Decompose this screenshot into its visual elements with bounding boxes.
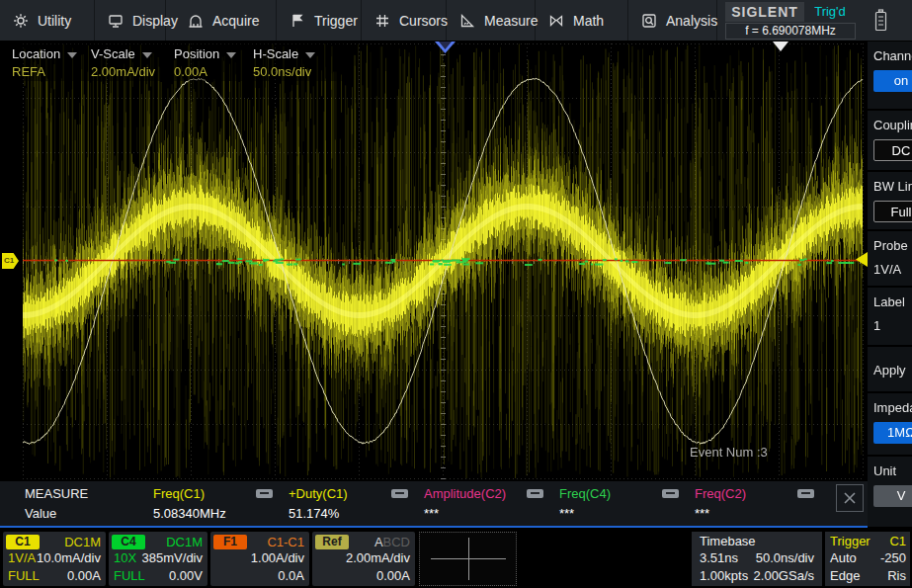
menu-item-acquire[interactable]: Acquire <box>166 0 277 41</box>
remove-measurement-icon[interactable] <box>391 489 408 498</box>
channel-box-c1[interactable]: C1 DC1M 1V/A10.0mA/div FULL0.00A <box>3 532 106 586</box>
dropdown-arrow-icon[interactable] <box>142 52 152 58</box>
channel-box-c4[interactable]: C4 DC1M 10X385mV/div FULL0.00V <box>109 532 207 586</box>
section-label: Impedance <box>873 400 912 415</box>
ref-field-label: H-Scale <box>253 46 298 61</box>
ref-field-label: Position <box>174 46 219 61</box>
coupling-button[interactable]: DC <box>873 139 912 161</box>
measure-icon <box>459 13 475 29</box>
section-label: Probe <box>873 238 912 253</box>
trigger-mode: Auto <box>830 549 857 567</box>
sidebar-section-unit: Unit V <box>868 457 912 527</box>
trigger-slope: Ris <box>887 567 906 585</box>
measurement-value: *** <box>424 505 559 526</box>
measurement-name: Freq(C1) <box>153 486 205 501</box>
siglent-logo: SIGLENT <box>725 2 804 22</box>
label-value[interactable]: 1 <box>873 318 912 333</box>
channel-on-button[interactable]: on <box>873 70 912 92</box>
add-channel-placeholder[interactable] <box>419 532 517 586</box>
sidebar-section-coupling: Coupling DC <box>868 111 912 170</box>
measurement-freq-c1[interactable]: Freq(C1) 5.08340MHz <box>153 481 289 526</box>
menu-item-measure[interactable]: Measure <box>447 0 536 41</box>
impedance-button[interactable]: 1MΩ <box>873 422 912 444</box>
ref-scale: 2.00mA/div <box>346 549 410 567</box>
measurement-value: 51.174% <box>289 505 424 526</box>
brand-block: SIGLENT Trig'd f = 6.690078MHz <box>725 2 856 39</box>
measurement-amplitude-c2[interactable]: Amplitude(C2) *** <box>424 481 559 526</box>
menu-item-label: Acquire <box>212 13 259 29</box>
math-icon <box>548 13 564 29</box>
ref-field-value: REFA <box>12 64 87 79</box>
flag-icon <box>290 13 305 29</box>
timebase-points: 1.00kpts <box>700 567 748 585</box>
measurement-duty-c1[interactable]: +Duty(C1) 51.174% <box>289 481 424 526</box>
measure-title: MEASURE <box>25 481 153 505</box>
remove-measurement-icon[interactable] <box>797 489 814 498</box>
crosshair-icon <box>468 538 469 580</box>
bottom-bar: C1 DC1M 1V/A10.0mA/div FULL0.00A C4 DC1M… <box>0 530 912 588</box>
analysis-icon <box>641 13 657 29</box>
ref-field-location[interactable]: Location REFA <box>12 46 87 79</box>
ref-field-vscale[interactable]: V-Scale 2.00mA/div <box>91 46 170 79</box>
measurement-value: 5.08340MHz <box>153 505 289 526</box>
ref-info-panel: Location REFA V-Scale 2.00mA/div Positio… <box>8 43 344 81</box>
ref-field-hscale[interactable]: H-Scale 50.0ns/div <box>253 46 336 79</box>
menu-item-utility[interactable]: Utility <box>0 0 95 41</box>
channel-offset: 0.00A <box>67 567 101 585</box>
waveform-display <box>0 42 868 481</box>
channel-coupling: DC1M <box>64 535 101 549</box>
timebase-box[interactable]: Timebase 3.51ns50.0ns/div 1.00kpts2.00GS… <box>692 532 822 586</box>
close-measure-button[interactable] <box>836 484 864 512</box>
measurement-freq-c4[interactable]: Freq(C4) *** <box>559 481 695 526</box>
probe-value[interactable]: 1V/A <box>873 262 912 277</box>
acquire-icon <box>188 13 204 29</box>
event-counter: Event Num :3 <box>690 445 768 460</box>
unit-button[interactable]: V <box>873 485 912 507</box>
trigger-level: -250 <box>880 549 906 567</box>
timebase-delay: 3.51ns <box>700 549 738 567</box>
measurement-value: *** <box>559 505 695 526</box>
channel-settings-sidebar: Channel on Coupling DC BW Limit Full Pro… <box>868 42 912 528</box>
menu-item-analysis[interactable]: Analysis <box>628 0 717 41</box>
remove-measurement-icon[interactable] <box>662 489 679 498</box>
dropdown-arrow-icon[interactable] <box>305 52 315 58</box>
measurement-name: Freq(C2) <box>695 486 746 501</box>
trigger-box[interactable]: TriggerC1 Auto-250 EdgeRis <box>825 532 910 586</box>
section-label: Coupling <box>873 118 912 132</box>
dropdown-arrow-icon[interactable] <box>226 52 236 58</box>
ref-field-position[interactable]: Position 0.00A <box>174 46 249 79</box>
section-label: Label <box>873 294 912 309</box>
measure-row-label: Value <box>25 505 153 526</box>
menu-item-label: Analysis <box>666 13 717 29</box>
menu-item-math[interactable]: Math <box>536 0 628 41</box>
menu-item-label: Measure <box>484 13 538 29</box>
sidebar-section-channel: Channel on <box>868 42 912 109</box>
section-label: Channel <box>873 48 912 63</box>
sidebar-section-impedance: Impedance 1MΩ <box>868 393 912 455</box>
channel-bw: FULL <box>8 567 40 585</box>
gear-icon <box>13 13 29 29</box>
measurement-freq-c2[interactable]: Freq(C2) *** <box>695 481 830 526</box>
channel-probe: 10X <box>114 549 136 567</box>
ref-slots: BCD <box>383 535 410 549</box>
display-icon <box>108 13 124 29</box>
trigger-title: Trigger <box>830 534 871 549</box>
sidebar-section-apply: Apply <box>868 347 912 391</box>
bwlimit-button[interactable]: Full <box>873 201 912 222</box>
menu-item-trigger[interactable]: Trigger <box>277 0 362 41</box>
measurement-value: *** <box>695 505 830 526</box>
math-box-f1[interactable]: F1 C1-C1 1.00A/div 0.0A <box>210 532 309 586</box>
cursors-icon <box>374 13 390 29</box>
menu-item-display[interactable]: Display <box>95 0 166 41</box>
remove-measurement-icon[interactable] <box>527 489 543 498</box>
apply-button[interactable]: Apply <box>873 363 912 378</box>
menu-item-cursors[interactable]: Cursors <box>362 0 447 41</box>
section-label: BW Limit <box>873 179 912 194</box>
measure-label-column: MEASURE Value <box>0 481 153 526</box>
ref-box[interactable]: Ref ABCD 2.00mA/div 0.00A <box>312 532 415 586</box>
dropdown-arrow-icon[interactable] <box>67 52 77 58</box>
channel-offset: 0.00V <box>169 567 203 585</box>
sidebar-section-probe: Probe 1V/A <box>868 231 912 286</box>
trigger-source: C1 <box>889 534 906 549</box>
remove-measurement-icon[interactable] <box>256 489 273 498</box>
